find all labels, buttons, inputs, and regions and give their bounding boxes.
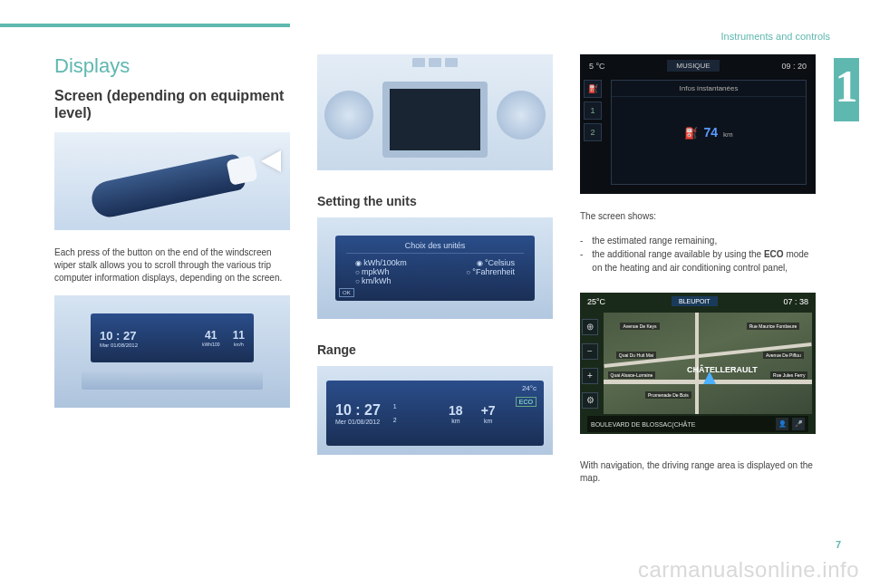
road bbox=[695, 313, 699, 414]
ts-value-num: 74 bbox=[703, 125, 718, 140]
touchscreen-range-image: 5 °C MUSIQUE 09 : 20 ⛽ 1 2 Infos instant… bbox=[580, 54, 816, 194]
nav-bottom-street: BOULEVARD DE BLOSSAC(CHÂTE bbox=[591, 421, 695, 428]
nav-tab: BLEUPOIT bbox=[672, 296, 718, 306]
nav-map-image: 25°C BLEUPOIT 07 : 38 ⊕ − + ⚙ 30 Avenue … bbox=[580, 293, 816, 434]
range-heading: Range bbox=[317, 342, 553, 357]
range-value-1: 18 km bbox=[449, 403, 463, 424]
range-value-2-unit: km bbox=[481, 418, 496, 424]
radio-slot bbox=[82, 371, 263, 390]
unit-opt-fahrenheit: °Fahrenheit bbox=[466, 267, 515, 276]
cluster-value-1-unit: kWh/100 bbox=[202, 342, 220, 347]
unit-opt-kwh100: kWh/100km bbox=[355, 258, 407, 267]
page-content: Displays Screen (depending on equipment … bbox=[54, 54, 816, 561]
page-number: 7 bbox=[836, 539, 841, 550]
cluster-time-block: 10 : 27 Mar 01/08/2012 bbox=[100, 329, 138, 348]
range-value-1-num: 18 bbox=[449, 403, 463, 418]
nav-btn-plus-icon: + bbox=[582, 368, 598, 384]
nav-btn-target-icon: ⊕ bbox=[582, 319, 598, 335]
units-row-2: mpkWh °Fahrenheit bbox=[346, 267, 524, 276]
range-value-2-num: +7 bbox=[481, 403, 496, 418]
dash-icon: - bbox=[580, 247, 583, 275]
stalk-button-tip bbox=[226, 156, 257, 187]
street-label: Avenue De Keys bbox=[620, 323, 659, 330]
street-label: Rue Jules Ferry bbox=[770, 371, 807, 379]
range-panel: 10 : 27 Mer 01/08/2012 1 2 18 km +7 km bbox=[326, 381, 544, 446]
nav-place-label: CHÂTELLERAULT bbox=[687, 365, 758, 374]
unit-opt-kmkwh: km/kWh bbox=[355, 276, 392, 285]
nav-description: With navigation, the driving range area … bbox=[580, 459, 816, 485]
cluster-time: 10 : 27 bbox=[100, 329, 138, 342]
bullet-1: - the estimated range remaining, bbox=[580, 234, 816, 247]
ts-top-bar: 5 °C MUSIQUE 09 : 20 bbox=[589, 60, 807, 72]
ts-value-unit: km bbox=[723, 130, 733, 139]
range-mid-icons: 1 2 bbox=[393, 403, 397, 423]
nav-cursor-icon bbox=[703, 371, 716, 384]
breadcrumb: Instruments and controls bbox=[721, 31, 830, 42]
cluster-value-2-unit: km/h bbox=[233, 342, 245, 347]
nav-top-bar: 25°C BLEUPOIT 07 : 38 bbox=[587, 296, 808, 306]
bullet-2-bold: ECO bbox=[764, 249, 784, 259]
nav-person-icon: 👤 bbox=[776, 418, 788, 430]
section-title: Displays bbox=[54, 54, 290, 78]
column-3: 5 °C MUSIQUE 09 : 20 ⛽ 1 2 Infos instant… bbox=[580, 54, 816, 561]
units-heading: Setting the units bbox=[317, 194, 553, 208]
ts-side-buttons: ⛽ 1 2 bbox=[584, 80, 602, 141]
street-label: Rue Maurice Fombeure bbox=[747, 323, 800, 330]
bullet-list: - the estimated range remaining, - the a… bbox=[580, 234, 816, 275]
street-label: Quai Du Huit Mai bbox=[616, 352, 656, 359]
watermark: carmanualsonline.info bbox=[638, 557, 859, 583]
nav-temp: 25°C bbox=[587, 297, 605, 306]
nav-clock: 07 : 38 bbox=[783, 297, 808, 306]
units-image: Choix des unités kWh/100km °Celsius mpkW… bbox=[317, 217, 553, 319]
nav-bottom-buttons: 👤 🎤 bbox=[774, 418, 805, 430]
chapter-number: 1 bbox=[834, 58, 859, 121]
console-screen bbox=[382, 82, 488, 158]
console-image bbox=[317, 54, 553, 170]
nav-map-canvas: Avenue De Keys Rue Maurice Fombeure Quai… bbox=[604, 313, 812, 414]
ts-btn-1: 1 bbox=[584, 101, 602, 120]
street-label: Avenue De Piffou bbox=[763, 352, 804, 359]
stalk-description: Each press of the button on the end of t… bbox=[54, 246, 290, 284]
cluster-image: 10 : 27 Mar 01/08/2012 41 kWh/100 11 km/… bbox=[54, 295, 290, 408]
fuel-pump-icon: ⛽ bbox=[684, 127, 698, 140]
ts-panel: Infos instantanées ⛽ 74 km bbox=[611, 80, 807, 185]
nav-btn-minus-icon: − bbox=[582, 343, 598, 360]
street-label: Quai Alsace-Lorraine bbox=[608, 371, 656, 379]
range-side-1: 1 bbox=[393, 403, 397, 410]
cluster-value-2: 11 km/h bbox=[233, 329, 245, 347]
ts-btn-2: 2 bbox=[584, 123, 602, 141]
cluster-values: 41 kWh/100 11 km/h bbox=[202, 329, 245, 347]
nav-bottom-bar: BOULEVARD DE BLOSSAC(CHÂTE 👤 🎤 bbox=[587, 416, 808, 432]
dash-icon: - bbox=[580, 234, 583, 247]
ok-button-icon: OK bbox=[339, 288, 354, 297]
bullet-2-text: the additional range available by using … bbox=[592, 247, 816, 275]
bullet-2a: the additional range available by using … bbox=[592, 249, 764, 259]
nav-btn-gear-icon: ⚙ bbox=[582, 392, 598, 409]
air-vent-left bbox=[324, 91, 373, 140]
range-temp: 24°c bbox=[522, 384, 536, 392]
units-panel: Choix des unités kWh/100km °Celsius mpkW… bbox=[335, 236, 535, 301]
ts-temp: 5 °C bbox=[589, 62, 605, 71]
console-top-buttons bbox=[412, 58, 458, 67]
range-value-1-unit: km bbox=[449, 418, 463, 424]
units-row-1: kWh/100km °Celsius bbox=[346, 258, 524, 267]
nav-mic-icon: 🎤 bbox=[792, 418, 805, 430]
ts-value: ⛽ 74 km bbox=[684, 125, 732, 140]
range-value-2: +7 km bbox=[481, 403, 496, 424]
cluster-value-1-num: 41 bbox=[202, 329, 220, 342]
range-image: 10 : 27 Mer 01/08/2012 1 2 18 km +7 km bbox=[317, 366, 553, 455]
units-row-3: km/kWh bbox=[346, 276, 524, 285]
unit-opt-mpkwh: mpkWh bbox=[355, 267, 390, 276]
ts-panel-title: Infos instantanées bbox=[612, 81, 806, 97]
cluster-date: Mar 01/08/2012 bbox=[100, 342, 138, 348]
eco-badge: ECO bbox=[516, 397, 536, 407]
ts-btn-pump-icon: ⛽ bbox=[584, 80, 602, 98]
shows-intro: The screen shows: bbox=[580, 210, 816, 223]
range-time-block: 10 : 27 Mer 01/08/2012 bbox=[335, 402, 381, 425]
cluster-value-2-num: 11 bbox=[233, 329, 245, 342]
wiper-stalk bbox=[89, 153, 247, 220]
cluster-screen: 10 : 27 Mar 01/08/2012 41 kWh/100 11 km/… bbox=[91, 313, 254, 362]
bullet-2: - the additional range available by usin… bbox=[580, 247, 816, 275]
stalk-image bbox=[54, 132, 290, 230]
cluster-value-1: 41 kWh/100 bbox=[202, 329, 220, 347]
